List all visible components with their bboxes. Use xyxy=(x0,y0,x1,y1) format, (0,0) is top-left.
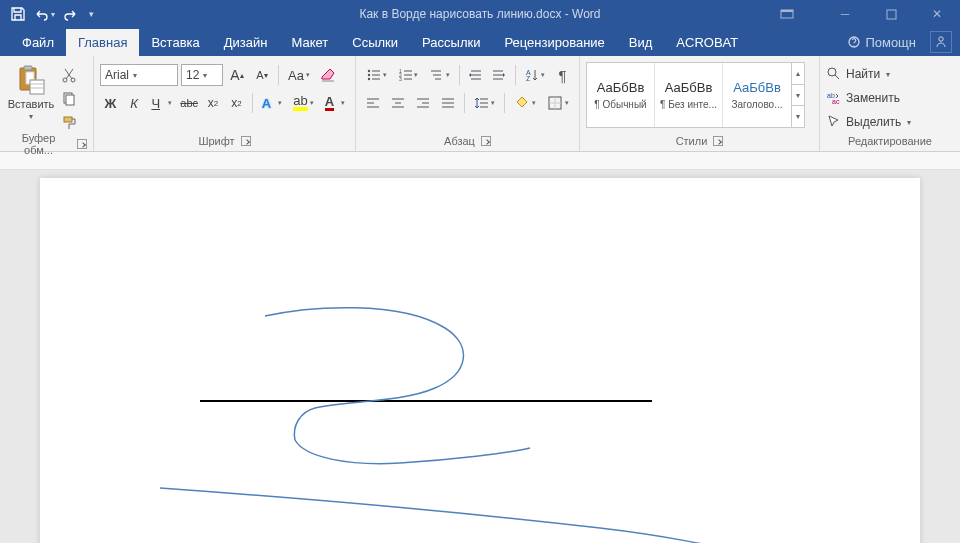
styles-group-label: Стили xyxy=(676,135,708,147)
svg-point-14 xyxy=(368,70,370,72)
editing-group-label: Редактирование xyxy=(848,135,932,147)
group-editing: Найти▾ abac Заменить Выделить▾ Редактиро… xyxy=(820,56,960,151)
decrease-indent-button[interactable] xyxy=(465,64,486,86)
tell-me-input[interactable]: Помощн xyxy=(847,35,916,50)
grow-font-button[interactable]: A▴ xyxy=(226,64,248,86)
tab-insert[interactable]: Вставка xyxy=(139,29,211,56)
close-button[interactable]: ✕ xyxy=(914,0,960,28)
scribble-middle[interactable] xyxy=(295,440,530,464)
multilevel-list-button[interactable] xyxy=(425,64,454,86)
styles-dialog-launcher[interactable] xyxy=(713,136,723,146)
tab-layout[interactable]: Макет xyxy=(279,29,340,56)
ribbon-tabs: Файл Главная Вставка Дизайн Макет Ссылки… xyxy=(0,28,960,56)
window-controls: ─ ✕ xyxy=(752,0,960,28)
tell-me-label: Помощн xyxy=(865,35,916,50)
gallery-down-button[interactable]: ▾ xyxy=(792,85,804,107)
gallery-more-button[interactable]: ▾ xyxy=(792,106,804,127)
clipboard-dialog-launcher[interactable] xyxy=(77,139,87,149)
underline-button[interactable]: Ч xyxy=(147,92,175,114)
save-button[interactable] xyxy=(6,2,30,26)
customize-qat-button[interactable]: ▾ xyxy=(84,2,98,26)
font-group-label: Шрифт xyxy=(198,135,234,147)
font-size-combo[interactable]: 12▾ xyxy=(181,64,223,86)
scribble-bottom[interactable] xyxy=(160,488,750,543)
tab-file[interactable]: Файл xyxy=(10,29,66,56)
svg-rect-13 xyxy=(64,117,72,122)
maximize-button[interactable] xyxy=(868,0,914,28)
borders-button[interactable] xyxy=(543,92,573,114)
page[interactable] xyxy=(40,178,920,543)
tab-references[interactable]: Ссылки xyxy=(340,29,410,56)
font-name-combo[interactable]: Arial▾ xyxy=(100,64,178,86)
line-spacing-button[interactable] xyxy=(470,92,500,114)
bullet-list-button[interactable] xyxy=(362,64,391,86)
subscript-button[interactable]: x2 xyxy=(203,92,224,114)
highlight-button[interactable]: ab xyxy=(289,92,317,114)
copy-button[interactable] xyxy=(60,90,78,108)
font-dialog-launcher[interactable] xyxy=(241,136,251,146)
svg-point-4 xyxy=(939,37,943,41)
clear-formatting-button[interactable] xyxy=(317,64,339,86)
sort-button[interactable]: AZ xyxy=(520,64,549,86)
quick-access-toolbar: ▾ ▾ xyxy=(0,2,98,26)
ribbon: Вставить ▾ Буфер обм... xyxy=(0,56,960,152)
svg-text:ac: ac xyxy=(832,98,840,105)
svg-point-23 xyxy=(828,68,836,76)
shrink-font-button[interactable]: A▾ xyxy=(251,64,273,86)
replace-button[interactable]: abac Заменить xyxy=(826,88,911,108)
tab-design[interactable]: Дизайн xyxy=(212,29,280,56)
strikethrough-button[interactable]: abc xyxy=(179,92,200,114)
style-normal[interactable]: АаБбВв ¶ Обычный xyxy=(587,63,655,127)
paste-button[interactable]: Вставить ▾ xyxy=(6,64,56,121)
svg-rect-6 xyxy=(24,66,32,70)
shading-button[interactable] xyxy=(510,92,540,114)
style-no-spacing[interactable]: АаБбВв ¶ Без инте... xyxy=(655,63,723,127)
clipboard-group-label: Буфер обм... xyxy=(6,132,71,156)
superscript-button[interactable]: x2 xyxy=(226,92,247,114)
share-button[interactable] xyxy=(930,31,952,53)
style-heading1[interactable]: АаБбВв Заголово... xyxy=(723,63,791,127)
window-title: Как в Ворде нарисовать линию.docx - Word xyxy=(359,7,600,21)
ribbon-display-button[interactable] xyxy=(752,0,822,28)
tab-view[interactable]: Вид xyxy=(617,29,665,56)
ruler[interactable] xyxy=(0,152,960,170)
svg-point-10 xyxy=(71,78,75,82)
page-drawing xyxy=(40,178,920,543)
minimize-button[interactable]: ─ xyxy=(822,0,868,28)
tab-home[interactable]: Главная xyxy=(66,29,139,56)
change-case-button[interactable]: Aa xyxy=(284,64,314,86)
select-button[interactable]: Выделить▾ xyxy=(826,112,911,132)
increase-indent-button[interactable] xyxy=(489,64,510,86)
group-paragraph: 123 AZ ¶ xyxy=(356,56,580,151)
bold-button[interactable]: Ж xyxy=(100,92,121,114)
gallery-up-button[interactable]: ▴ xyxy=(792,63,804,85)
tab-acrobat[interactable]: ACROBAT xyxy=(664,29,750,56)
styles-gallery[interactable]: АаБбВв ¶ Обычный АаБбВв ¶ Без инте... Аа… xyxy=(586,62,805,128)
group-font: Arial▾ 12▾ A▴ A▾ Aa Ж К Ч xyxy=(94,56,356,151)
align-right-button[interactable] xyxy=(412,92,434,114)
svg-rect-2 xyxy=(887,10,896,19)
paragraph-dialog-launcher[interactable] xyxy=(481,136,491,146)
format-painter-button[interactable] xyxy=(60,114,78,132)
find-button[interactable]: Найти▾ xyxy=(826,64,911,84)
show-paragraph-marks-button[interactable]: ¶ xyxy=(552,64,573,86)
text-effects-button[interactable]: A xyxy=(258,92,286,114)
svg-point-16 xyxy=(368,78,370,80)
redo-button[interactable] xyxy=(58,2,82,26)
font-color-button[interactable]: A xyxy=(321,92,349,114)
align-left-button[interactable] xyxy=(362,92,384,114)
number-list-button[interactable]: 123 xyxy=(394,64,423,86)
tab-mailings[interactable]: Рассылки xyxy=(410,29,492,56)
italic-button[interactable]: К xyxy=(124,92,145,114)
undo-button[interactable]: ▾ xyxy=(32,2,56,26)
cut-button[interactable] xyxy=(60,66,78,84)
paragraph-group-label: Абзац xyxy=(444,135,475,147)
svg-text:Z: Z xyxy=(526,75,531,82)
svg-rect-1 xyxy=(781,10,793,12)
tab-review[interactable]: Рецензирование xyxy=(492,29,616,56)
title-bar: ▾ ▾ Как в Ворде нарисовать линию.docx - … xyxy=(0,0,960,28)
justify-button[interactable] xyxy=(437,92,459,114)
scribble-top[interactable] xyxy=(265,308,463,440)
svg-point-9 xyxy=(63,78,67,82)
align-center-button[interactable] xyxy=(387,92,409,114)
